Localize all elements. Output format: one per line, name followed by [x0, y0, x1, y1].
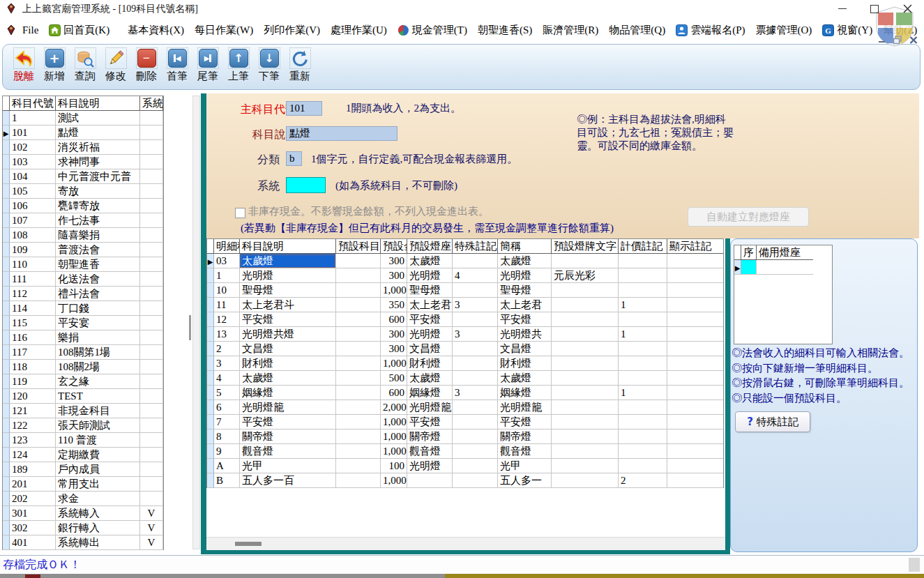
cell[interactable] [667, 429, 723, 444]
cell[interactable] [140, 169, 163, 184]
cell[interactable]: 117 [10, 345, 56, 360]
cell[interactable] [336, 327, 381, 342]
cell[interactable]: 光甲 [240, 459, 336, 473]
cell[interactable]: 姻緣燈 [498, 386, 552, 400]
cell[interactable]: 300 [381, 327, 407, 342]
cell[interactable]: 觀音燈 [407, 444, 453, 459]
table-row[interactable]: 122張天師測試 [3, 418, 163, 433]
cell[interactable]: 太上老君斗 [240, 298, 336, 312]
cell[interactable] [140, 462, 163, 477]
cell[interactable]: 108關2場 [56, 360, 140, 374]
cell[interactable]: 202 [10, 492, 56, 506]
table-row[interactable]: 120TEST [3, 389, 163, 404]
spare-lamp-table[interactable]: 序備用燈座 [734, 245, 813, 275]
menu-item-window[interactable]: G 視窗(Y) [822, 24, 872, 37]
cell[interactable]: B [214, 473, 240, 488]
cell[interactable]: 姻緣燈 [407, 386, 453, 400]
cell[interactable] [140, 389, 163, 404]
table-row[interactable]: 108隨喜樂捐 [3, 228, 163, 243]
table-row[interactable]: 11太上老君斗350太上老君3太上老君1 [207, 298, 723, 312]
cell[interactable] [140, 477, 163, 492]
cell[interactable]: 115 [10, 316, 56, 330]
cell[interactable] [453, 444, 498, 459]
cell[interactable]: 太歲燈 [407, 254, 453, 268]
cell[interactable] [453, 254, 498, 268]
cell[interactable]: 太上老君 [407, 298, 453, 312]
cell[interactable] [667, 400, 723, 415]
cell[interactable]: 103 [10, 155, 56, 169]
cell[interactable]: 123 [10, 433, 56, 448]
cell[interactable]: 平安燈 [498, 415, 552, 429]
category-input[interactable] [286, 151, 302, 166]
cell[interactable] [619, 371, 667, 386]
cell[interactable]: 平安宴 [56, 316, 140, 330]
cell[interactable]: V [140, 521, 163, 535]
cell[interactable]: 關帝燈 [240, 429, 336, 444]
cell[interactable]: 光明燈籠 [407, 400, 453, 415]
cell[interactable]: 平安燈 [407, 312, 453, 327]
cell[interactable] [140, 184, 163, 199]
cell[interactable] [552, 356, 619, 371]
table-row[interactable]: 116樂捐 [3, 330, 163, 345]
cell[interactable]: 樂捐 [56, 330, 140, 345]
cell[interactable]: 太歲燈 [240, 254, 336, 268]
cell[interactable] [552, 254, 619, 268]
toolbar-button-next[interactable]: ↓ 下筆 [255, 49, 283, 83]
cell[interactable]: 點燈 [56, 126, 140, 140]
scrollbar-thumb[interactable] [235, 542, 262, 546]
cell[interactable] [552, 400, 619, 415]
cell[interactable]: 光甲 [498, 459, 552, 473]
cell[interactable]: 302 [10, 521, 56, 535]
cell[interactable]: 銀行轉入 [56, 521, 140, 535]
cell[interactable] [619, 459, 667, 473]
table-row[interactable]: 103求神問事 [3, 155, 163, 169]
cell[interactable]: 禮斗法會 [56, 287, 140, 301]
cell[interactable] [619, 444, 667, 459]
cell[interactable]: 求神問事 [56, 155, 140, 169]
cell[interactable] [667, 254, 723, 268]
cell[interactable]: 寄放 [56, 184, 140, 199]
cell[interactable] [667, 356, 723, 371]
cell[interactable]: 111 [10, 272, 56, 287]
cell[interactable] [140, 213, 163, 228]
cell[interactable] [552, 386, 619, 400]
cell[interactable]: 文昌燈 [407, 342, 453, 356]
cell[interactable] [619, 254, 667, 268]
cell[interactable]: 3 [214, 356, 240, 371]
cell[interactable]: 戶內成員 [56, 462, 140, 477]
cell[interactable]: 觀音燈 [240, 444, 336, 459]
menu-item-home[interactable]: 回首頁(K) [49, 24, 109, 37]
table-row[interactable]: 8關帝燈1,000關帝燈關帝燈 [207, 429, 723, 444]
table-row[interactable]: 124定期繳費 [3, 448, 163, 462]
table-row[interactable]: B五人多一百1,000五人多一2 [207, 473, 723, 488]
cell[interactable]: 光明燈籠 [498, 400, 552, 415]
cell[interactable]: 108 [10, 228, 56, 243]
toolbar-button-refresh[interactable]: 重新 [286, 49, 314, 83]
table-row[interactable]: 10聖母燈1,000聖母燈聖母燈 [207, 283, 723, 298]
cell[interactable]: 五人多一百 [240, 473, 336, 488]
cell[interactable] [140, 433, 163, 448]
cell[interactable] [453, 342, 498, 356]
table-row[interactable]: 106甕罈寄放 [3, 199, 163, 213]
cell[interactable]: 106 [10, 199, 56, 213]
cell[interactable]: 121 [10, 404, 56, 418]
table-row[interactable]: 117108關第1場 [3, 345, 163, 360]
toolbar-button-add[interactable]: + 新增 [40, 49, 68, 83]
cell[interactable]: 張天師測試 [56, 418, 140, 433]
cell[interactable]: 1 [619, 298, 667, 312]
cell[interactable] [552, 459, 619, 473]
table-row[interactable]: 2文昌燈300文昌燈文昌燈 [207, 342, 723, 356]
cell[interactable] [741, 260, 757, 275]
cell[interactable] [140, 492, 163, 506]
cell[interactable]: 太歲燈 [407, 371, 453, 386]
cell[interactable]: 1 [214, 268, 240, 283]
cell[interactable]: 光明燈 [407, 327, 453, 342]
subject-code-table[interactable]: 科目代號科目說明系統1測試101點燈102消災祈福103求神問事104中元普渡中… [2, 96, 164, 550]
cell[interactable]: 110 普渡 [56, 433, 140, 448]
cell[interactable]: 1,000 [381, 283, 407, 298]
table-row[interactable]: A光甲100光明燈光甲 [207, 459, 723, 473]
cell[interactable]: 平安燈 [240, 312, 336, 327]
cell[interactable]: 350 [381, 298, 407, 312]
table-row[interactable]: 13光明燈共燈300光明燈3光明燈共1 [207, 327, 723, 342]
cell[interactable]: 太歲燈 [498, 254, 552, 268]
